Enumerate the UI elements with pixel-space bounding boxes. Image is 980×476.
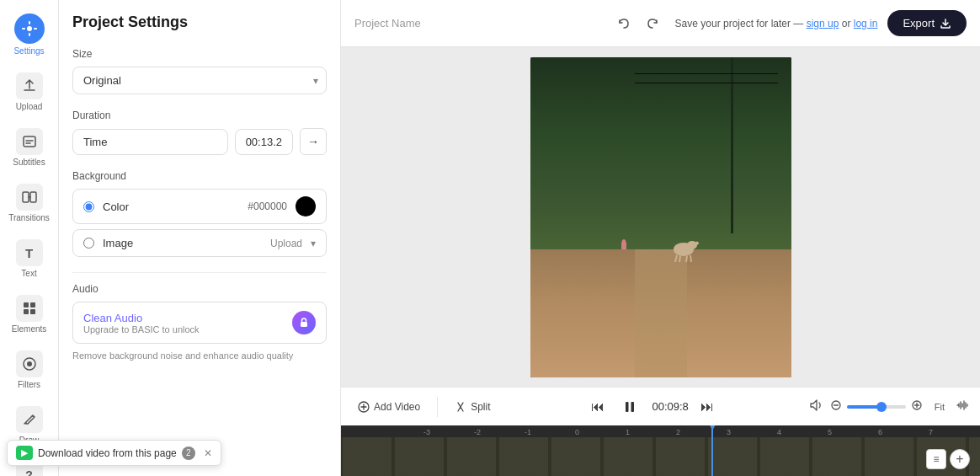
size-select[interactable]: Original 1080p 720p Square Vertical (72, 67, 327, 94)
save-text: Save your project for later — sign up or… (675, 18, 878, 29)
audio-upgrade-icon[interactable] (292, 311, 316, 334)
split-label: Split (471, 401, 490, 413)
banner-close-btn[interactable]: ✕ (204, 447, 212, 459)
sign-up-link[interactable]: sign up (807, 18, 839, 29)
elements-icon (22, 301, 37, 316)
volume-btn[interactable] (808, 398, 823, 416)
audio-feature-name[interactable]: Clean Audio (83, 312, 200, 324)
bg-image-text: Image (103, 237, 262, 249)
export-label: Export (903, 17, 935, 29)
filters-icon-box (16, 350, 43, 377)
svg-rect-3 (29, 33, 30, 36)
audio-panel: Clean Audio Upgrade to BASIC to unlock (72, 302, 327, 344)
skip-back-btn[interactable]: ⏮ (588, 396, 608, 418)
zoom-out-btn[interactable] (830, 399, 842, 414)
svg-text:-2: -2 (474, 428, 481, 436)
svg-rect-13 (24, 309, 29, 314)
playhead[interactable] (711, 425, 713, 476)
ruler-marks: -3 -2 -1 0 1 2 3 4 5 6 7 8 9 10 11 12 13… (348, 425, 973, 437)
top-bar: Project Name Save your project for later… (341, 0, 980, 47)
duration-label: Duration (72, 110, 327, 121)
size-label: Size (72, 48, 327, 60)
timeline-add-btn[interactable]: + (950, 449, 970, 469)
add-video-btn[interactable]: Add Video (351, 398, 427, 416)
bg-color-text: Color (103, 201, 239, 213)
sidebar-item-text[interactable]: T Text (0, 233, 58, 285)
add-video-icon (358, 401, 370, 413)
sidebar-item-transitions[interactable]: Transitions (0, 177, 58, 229)
svg-rect-12 (30, 302, 35, 308)
svg-rect-6 (24, 136, 35, 147)
time-display: 00:09:8 (652, 400, 688, 413)
bg-color-radio[interactable] (83, 201, 94, 212)
svg-rect-29 (631, 402, 635, 412)
right-controls: Fit (808, 398, 970, 416)
wire1 (635, 73, 779, 74)
log-in-link[interactable]: log in (854, 18, 878, 29)
playback-controls: ⏮ 00:09:8 ⏭ (508, 393, 798, 420)
undo-btn[interactable] (611, 11, 636, 36)
forest-area (530, 57, 791, 256)
sidebar-item-subtitles[interactable]: Subtitles (0, 121, 58, 174)
svg-point-1 (27, 26, 32, 31)
transitions-icon (22, 190, 37, 205)
redo-btn[interactable] (640, 11, 665, 36)
video-frame (530, 57, 791, 377)
svg-rect-11 (24, 302, 29, 308)
svg-rect-4 (22, 28, 25, 29)
sidebar-label-text: Text (21, 269, 36, 278)
undo-icon (617, 17, 631, 30)
bg-image-upload-btn[interactable]: Upload (270, 238, 302, 249)
waveform-btn[interactable] (956, 398, 970, 414)
svg-rect-9 (23, 192, 29, 202)
subtitles-icon (22, 134, 37, 149)
film-strip (341, 437, 980, 476)
svg-text:-1: -1 (525, 428, 531, 436)
lock-icon (298, 317, 310, 329)
svg-line-21 (679, 256, 680, 262)
bg-color-swatch[interactable] (296, 196, 316, 217)
svg-rect-28 (626, 402, 629, 412)
skip-forward-btn[interactable]: ⏭ (697, 396, 717, 418)
split-btn[interactable]: Split (448, 398, 497, 416)
bg-image-option: Image Upload ▾ (72, 229, 327, 257)
zoom-slider[interactable] (847, 405, 906, 409)
download-badge: 2 (182, 447, 195, 460)
sidebar-item-elements[interactable]: Elements (0, 288, 58, 340)
download-banner-text: Download video from this page (38, 447, 177, 459)
text-icon: T (25, 246, 33, 260)
waveform-icon (956, 398, 970, 412)
svg-text:0: 0 (575, 428, 579, 436)
timeline-scroll-btn[interactable]: ≡ (926, 449, 946, 469)
svg-text:-3: -3 (423, 428, 430, 436)
dog-area (668, 237, 699, 265)
upload-icon-box (16, 72, 43, 99)
play-pause-btn[interactable] (616, 393, 643, 420)
size-section: Size Original 1080p 720p Square Vertical… (72, 48, 327, 94)
timeline: -3 -2 -1 0 1 2 3 4 5 6 7 8 9 10 11 12 13… (341, 425, 980, 476)
sidebar-item-filters[interactable]: Filters (0, 344, 58, 396)
bg-color-value: #000000 (248, 201, 287, 212)
bg-noise-text: Remove background noise and enhance audi… (72, 350, 327, 361)
bg-image-radio[interactable] (83, 238, 94, 249)
audio-section: Audio Clean Audio Upgrade to BASIC to un… (72, 283, 327, 361)
svg-rect-14 (30, 309, 35, 314)
zoom-in-btn[interactable] (911, 399, 923, 414)
svg-text:4: 4 (777, 428, 781, 436)
duration-arrow-btn[interactable]: → (300, 128, 327, 155)
road-center (635, 249, 687, 377)
sidebar-item-upload[interactable]: Upload (0, 66, 58, 118)
subtitles-icon-box (16, 128, 43, 155)
timeline-track[interactable] (341, 437, 980, 476)
sidebar-item-settings[interactable]: Settings (0, 7, 58, 62)
export-btn[interactable]: Export (887, 10, 967, 36)
svg-rect-5 (34, 28, 37, 29)
canvas-area (341, 47, 980, 387)
download-play-btn[interactable]: ▶ (16, 446, 33, 460)
video-preview (530, 57, 791, 377)
main-area: Project Name Save your project for later… (341, 0, 980, 476)
elements-icon-box (16, 295, 43, 322)
fit-btn[interactable]: Fit (929, 399, 950, 414)
project-name[interactable]: Project Name (354, 17, 601, 29)
zoom-out-icon (830, 399, 842, 411)
